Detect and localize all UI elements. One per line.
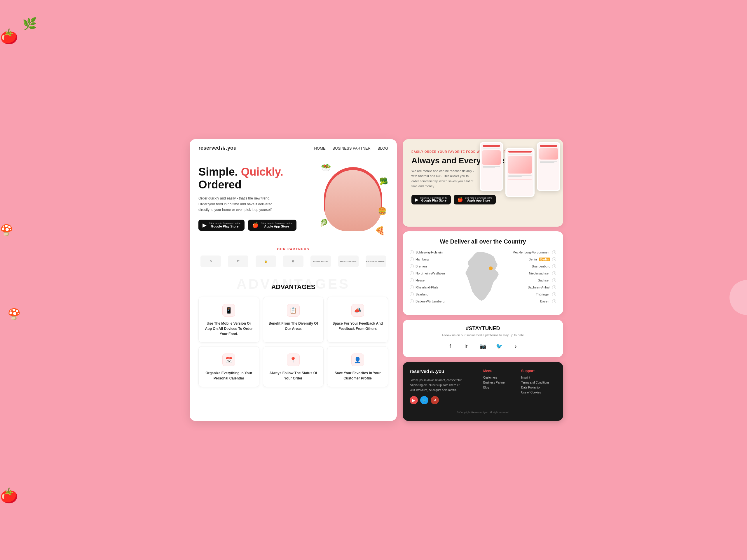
map-center <box>458 250 505 308</box>
feature-text-4: Always Follow The Status Of Your Order <box>268 370 319 381</box>
apple-text: Click Here to Download on the Apple App … <box>261 222 292 228</box>
hero-heading: Simple. Quickly. Ordered <box>199 166 318 191</box>
social-desc: Follow us on our social media platforms … <box>410 334 556 337</box>
google-play-button[interactable]: ▶ Click Here to Download on the Google P… <box>199 220 244 231</box>
deco-mushroom: 🍄 <box>0 224 13 236</box>
region-right-label-0: Mecklenburg-Vorpommern <box>512 250 550 254</box>
logo-bar-3 <box>224 148 225 150</box>
google-play-main: Google Play Store <box>209 224 240 228</box>
partner-logo-belage: BELAGE GOURMET <box>366 256 386 267</box>
phone-text-5 <box>540 161 557 162</box>
region-right-label-1: Berlin <box>529 258 537 261</box>
footer-support-imprint[interactable]: Imprint <box>521 376 556 379</box>
footer-pinterest-icon[interactable]: P <box>431 396 439 404</box>
region-label-1: Hamburg <box>415 258 429 261</box>
footer-menu-blog[interactable]: Blog <box>483 386 512 389</box>
feature-icon-mobile: 📱 <box>222 304 235 317</box>
phone-mockup-1 <box>480 142 503 191</box>
right-panel: EASILY ORDER YOUR FAVORITE FOOD WITH THE… <box>403 139 563 421</box>
hero-text: Simple. Quickly. Ordered Order quickly a… <box>199 160 318 239</box>
app-apple-sub: Click here to Download on the <box>465 197 492 199</box>
region-bayern: Bayern ℹ <box>510 299 556 304</box>
facebook-icon[interactable]: f <box>445 341 456 351</box>
deco-tomato-top: 🍅 <box>0 28 18 45</box>
footer-youtube-icon[interactable]: ▶ <box>410 396 418 404</box>
hero-description: Order quickly and easily - that's the ne… <box>199 196 277 213</box>
twitter-icon[interactable]: 🐦 <box>494 341 505 351</box>
germany-map-svg <box>458 250 505 308</box>
feature-card-4: 📍 Always Follow The Status Of Your Order <box>263 346 324 387</box>
partners-label: OUR PARTNERS <box>199 247 388 251</box>
nav-home[interactable]: HOME <box>314 145 326 151</box>
logo-text-reserved: reserved <box>199 145 220 151</box>
footer-menu-customers[interactable]: Customers <box>483 376 512 379</box>
apple-app-button[interactable]: 🍎 Click Here to Download on the Apple Ap… <box>248 220 297 231</box>
phone-screen-line-1 <box>483 148 500 149</box>
hero-person <box>325 170 381 231</box>
footer-support-terms[interactable]: Terms and Conditions <box>521 381 556 384</box>
nav-blog[interactable]: BLOG <box>378 145 388 151</box>
app-google-play-button[interactable]: ▶ Click here to Download on the Google P… <box>411 195 451 205</box>
advantages-title: ADVANTAGES <box>199 283 388 291</box>
instagram-icon[interactable]: 📷 <box>478 341 488 351</box>
feature-card-3: 📅 Organize Everything In Your Personal C… <box>199 346 259 387</box>
tiktok-icon[interactable]: ♪ <box>510 341 521 351</box>
map-regions-right: Mecklenburg-Vorpommern ℹ Berlin Berlin ✕… <box>510 250 556 308</box>
nav-business-link[interactable]: BUSINESS PARTNER <box>333 146 370 151</box>
map-title: We Deliver all over the Country <box>410 238 556 245</box>
hero-image-bg <box>324 167 382 231</box>
logo-text-you: .you <box>226 145 237 151</box>
footer-social-icons: ▶ 🐦 P <box>410 396 474 404</box>
region-sachsenanhalt: Sachsen-Anhalt ℹ <box>510 285 556 290</box>
nav-home-link[interactable]: HOME <box>314 146 326 151</box>
phone-mockup-2 <box>506 148 535 197</box>
google-play-icon: ▶ <box>203 222 207 229</box>
footer-twitter-icon[interactable]: 🐦 <box>420 396 428 404</box>
app-google-play-text: Click here to Download on the Google Pla… <box>420 197 447 202</box>
region-label-6: Saarland <box>415 293 428 296</box>
region-right-label-3: Niedersachsen <box>529 271 550 275</box>
region-icon-3: ℹ <box>410 271 414 275</box>
partners-logos: B 🛡 🔒 ⊞ Fitness Kitchen Marie Callenders… <box>199 256 388 267</box>
feature-text-0: Use The Mobile Version Or App On All Dev… <box>203 321 254 337</box>
logo-bar-1 <box>221 148 222 150</box>
partner-logo-shield: 🛡 <box>228 256 248 267</box>
footer-support-data[interactable]: Data Protection <box>521 386 556 389</box>
footer-support-cookies[interactable]: Use of Cookies <box>521 391 556 394</box>
footer-menu: Menu Customers Business Partner Blog <box>483 369 512 404</box>
food-deco-burger: 🍔 <box>378 207 387 215</box>
app-section: EASILY ORDER YOUR FAVORITE FOOD WITH THE… <box>403 139 563 226</box>
footer-menu-business[interactable]: Business Partner <box>483 381 512 384</box>
hero-section: Simple. Quickly. Ordered Order quickly a… <box>190 154 397 241</box>
nav-business[interactable]: BUSINESS PARTNER <box>333 145 370 151</box>
partner-logo-bitwarden: 🔒 <box>256 256 276 267</box>
region-label-3: Nordrhein-Westfalen <box>415 271 445 275</box>
region-hessen: ℹ Hessen <box>410 278 454 283</box>
hero-heading-simple: Simple. <box>199 166 238 178</box>
linkedin-icon[interactable]: in <box>461 341 472 351</box>
region-berlin: Berlin Berlin ✕ <box>510 257 556 262</box>
feature-card-5: 👤 Save Your Favorites In Your Customer P… <box>327 346 388 387</box>
region-icon-7: ℹ <box>410 299 414 303</box>
food-deco-salad: 🥗 <box>321 163 331 172</box>
phone-text-1 <box>483 166 500 167</box>
region-right-label-2: Brandenburg <box>532 265 550 268</box>
berlin-badge: Berlin <box>539 258 550 261</box>
social-title: #STAYTUNED <box>410 325 556 331</box>
feature-icon-calendar: 📅 <box>222 353 235 366</box>
phone-screen-img-3 <box>539 148 558 160</box>
nav-blog-link[interactable]: BLOG <box>378 146 388 151</box>
logo-bar-2 <box>223 146 224 150</box>
phone-screen-bar-1 <box>483 145 500 147</box>
region-brandenburg: Brandenburg ℹ <box>510 264 556 269</box>
hero-heading-ordered: Ordered <box>199 179 241 191</box>
phone-text-4 <box>508 176 522 177</box>
feature-text-5: Save Your Favorites In Your Customer Pro… <box>332 370 383 381</box>
phone-screen-img-1 <box>482 150 501 165</box>
map-section: We Deliver all over the Country ℹ Schles… <box>403 231 563 315</box>
region-right-icon-6: ℹ <box>552 292 556 296</box>
partner-logo-marie: Marie Callenders <box>338 256 359 267</box>
phone-screen-bar-3 <box>508 179 532 180</box>
feature-text-3: Organize Everything In Your Personal Cal… <box>203 370 254 381</box>
app-mockups <box>480 142 560 197</box>
